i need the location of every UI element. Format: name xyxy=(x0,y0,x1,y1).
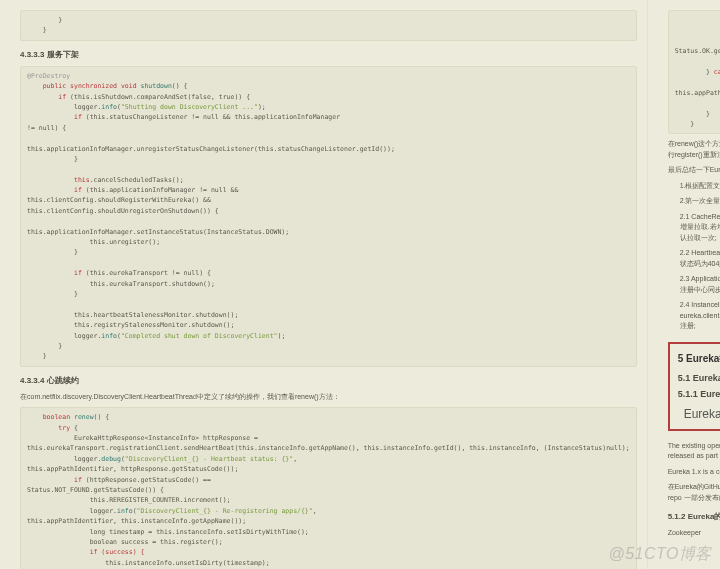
discontinued-title: Eureka 2.0 (Discontinued) xyxy=(684,407,720,421)
p-r5: 2.1 CacheRefreshThread 定时刷新本地缓存服务列表,若是客户… xyxy=(680,212,720,244)
p-r7: 2.3 ApplicationInfoManager.StatusChangeL… xyxy=(680,274,720,295)
code-renew-cont: return success; } else { return httpResp… xyxy=(668,10,720,134)
heading-4334: 4.3.3.4 心跳续约 xyxy=(20,375,637,386)
para-renew-intro: 在com.netflix.discovery.DiscoveryClient.H… xyxy=(20,392,637,403)
p-r4: 2.第一次全量拉取注册中心服务列表(url=/apps),初始化周期任务： xyxy=(680,196,720,207)
p-r3: 1.根据配置文件初始化bean,创建客户端实例信息 InstanceInfo xyxy=(680,181,720,192)
heading-4333: 4.3.3.3 服务下架 xyxy=(20,49,637,60)
code-renew: boolean renew() { try { EurekaHttpRespon… xyxy=(20,407,637,569)
p-r11: 在Eureka的GitHub上，宣布Eureka 2.x闭源。近这意味着如果开发… xyxy=(668,482,720,503)
heading-5: 5 Eureka替换方案Consul xyxy=(678,352,720,366)
p-r12: Zookeeper xyxy=(668,528,720,539)
p-r6: 2.2 HeartbeatThread 通过renew()续约任务,维持于注册中… xyxy=(680,248,720,269)
p-r1: 在renew()这个方法中，首先向注册中心执行了心跳续约的请求，StatusCo… xyxy=(668,139,720,160)
code-shutdown: @PreDestroy public synchronized void shu… xyxy=(20,66,637,367)
heading-512: 5.1.2 Eureka的替换方案 xyxy=(668,511,720,522)
p-r9: The existing open source work on eureka … xyxy=(668,441,720,462)
highlight-box: 5 Eureka替换方案Consul 5.1 Eureka闭源的影响 5.1.1… xyxy=(668,342,720,431)
watermark: @51CTO博客 xyxy=(608,544,712,565)
heading-511: 5.1.1 Eureka闭源影响 xyxy=(678,388,720,401)
p-r2: 最后总结一下Eureka客户端做的事情： xyxy=(668,165,720,176)
p-r8: 2.4 InstanceInfoReplicator 定时刷新实例状态,并向注册… xyxy=(680,300,720,332)
p-r10: Eureka 1.x is a core part of Netflix's s… xyxy=(668,467,720,478)
heading-51: 5.1 Eureka闭源的影响 xyxy=(678,372,720,385)
code-brace: } } xyxy=(20,10,637,41)
